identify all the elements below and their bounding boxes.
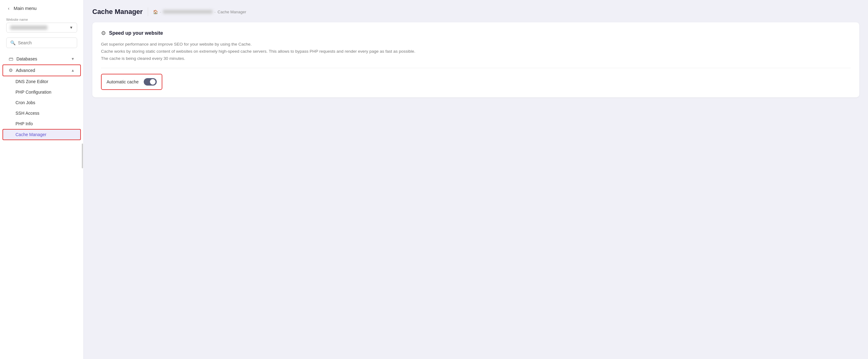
nav-item-label: Cache Manager (16, 132, 46, 137)
breadcrumb-separator-2: - (214, 10, 216, 14)
gear-icon: ⚙ (101, 30, 106, 37)
nav-item-label: PHP Configuration (16, 90, 52, 95)
website-name-value (10, 25, 48, 30)
nav-item-label: Cron Jobs (16, 100, 35, 105)
automatic-cache-label: Automatic cache (106, 79, 139, 84)
description-line-1: Get superior performance and improve SEO… (101, 41, 851, 48)
card-title-row: ⚙ Speed up your website (101, 30, 851, 37)
chevron-down-icon: ▼ (69, 25, 73, 30)
nav-item-label: DNS Zone Editor (16, 79, 48, 84)
main-menu-label: Main menu (13, 6, 36, 11)
breadcrumb-domain (163, 10, 213, 13)
website-name-section: Website name ▼ (0, 15, 83, 37)
toggle-slider (144, 78, 157, 86)
search-wrapper[interactable]: 🔍 (6, 37, 77, 48)
databases-icon: 🗃 (9, 56, 13, 61)
nav-item-label: SSH Access (16, 111, 39, 116)
speed-card: ⚙ Speed up your website Get superior per… (92, 22, 859, 97)
home-icon: 🏠 (153, 10, 158, 14)
page-title: Cache Manager (92, 8, 143, 16)
card-divider (101, 68, 851, 68)
description-line-2: Cache works by storing static content of… (101, 48, 851, 55)
search-section: 🔍 (0, 37, 83, 53)
card-title: Speed up your website (109, 30, 163, 36)
search-icon: 🔍 (10, 40, 16, 45)
chevron-up-icon: ▲ (71, 68, 75, 72)
main-content: Cache Manager 🏠 - - Cache Manager ⚙ Spee… (84, 0, 868, 359)
sidebar-item-label: Databases (17, 56, 37, 61)
website-name-label: Website name (6, 18, 77, 21)
nav-item-label: PHP Info (16, 121, 33, 126)
chevron-down-icon: ▼ (71, 57, 75, 61)
sidebar-item-php-info[interactable]: PHP Info (2, 118, 81, 129)
card-description: Get superior performance and improve SEO… (101, 41, 851, 62)
scrollbar-thumb (82, 144, 83, 168)
sidebar-item-advanced[interactable]: ⚙ Advanced ▲ (2, 64, 81, 76)
description-line-3: The cache is being cleared every 30 minu… (101, 55, 851, 62)
chevron-left-icon: ‹ (6, 6, 11, 11)
sidebar-item-dns-zone-editor[interactable]: DNS Zone Editor (2, 76, 81, 87)
automatic-cache-row: Automatic cache (101, 74, 162, 90)
gear-icon: ⚙ (9, 67, 13, 73)
main-menu-button[interactable]: ‹ Main menu (0, 0, 83, 15)
sidebar: ‹ Main menu Website name ▼ 🔍 🗃 Databases… (0, 0, 84, 359)
breadcrumb-separator: - (160, 10, 161, 14)
sidebar-item-cron-jobs[interactable]: Cron Jobs (2, 97, 81, 108)
website-dropdown[interactable]: ▼ (6, 23, 77, 33)
sidebar-item-databases[interactable]: 🗃 Databases ▼ (2, 53, 81, 64)
page-header: Cache Manager 🏠 - - Cache Manager (92, 7, 859, 16)
automatic-cache-toggle[interactable] (144, 78, 157, 86)
sidebar-item-label: Advanced (16, 68, 35, 73)
sidebar-item-php-configuration[interactable]: PHP Configuration (2, 87, 81, 97)
breadcrumb: 🏠 - - Cache Manager (153, 10, 246, 14)
breadcrumb-current: Cache Manager (217, 10, 246, 14)
sidebar-item-ssh-access[interactable]: SSH Access (2, 108, 81, 118)
sidebar-item-cache-manager[interactable]: Cache Manager (2, 129, 81, 140)
search-input[interactable] (18, 40, 73, 45)
scrollbar-track[interactable] (82, 0, 83, 359)
